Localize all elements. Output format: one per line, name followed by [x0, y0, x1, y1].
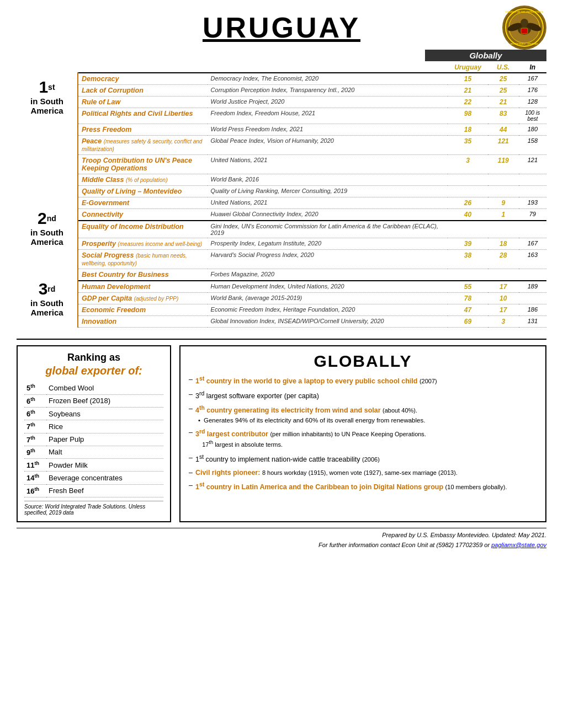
- page-footer: Prepared by U.S. Embassy Montevideo. Upd…: [17, 528, 546, 550]
- source-cell: Prosperity Index, Legatum Institute, 202…: [208, 238, 448, 250]
- seal-emblem: MONTEVIDEO · URUGUAY EMBASSY OF THE UNIT…: [502, 6, 546, 50]
- table-row: Equality of Income DistributionGini Inde…: [78, 221, 546, 238]
- table-row: Middle Class (% of population)World Bank…: [78, 174, 546, 186]
- globally-right-box: GLOBALLY 1st country in the world to giv…: [179, 345, 546, 522]
- us-rank-cell: 21: [488, 97, 519, 108]
- table-row: Lack of CorruptionCorruption Perception …: [78, 85, 546, 97]
- rank-1st-label: 1st: [17, 78, 77, 97]
- category-cell: Prosperity (measures income and well-bei…: [78, 238, 208, 250]
- table-row: Social Progress (basic human needs, well…: [78, 250, 546, 269]
- rank-2nd-text2: America: [17, 237, 77, 247]
- in-rank-cell: [519, 293, 546, 304]
- source-cell: Economic Freedom Index, Heritage Foundat…: [208, 304, 448, 316]
- exporter-rank: 9th: [24, 446, 46, 458]
- exporter-table: 5thCombed Wool6thFrozen Beef (2018)6thSo…: [24, 382, 163, 497]
- in-rank-cell: 158: [519, 136, 546, 155]
- in-rank-cell: 163: [519, 250, 546, 269]
- uruguay-rank-cell: 39: [448, 238, 488, 250]
- in-rank-cell: 189: [519, 281, 546, 293]
- rank-3rd-number: 3: [39, 280, 48, 298]
- exporter-rank: 6th: [24, 394, 46, 407]
- us-rank-cell: 10: [488, 293, 519, 304]
- source-cell: Corruption Perception Index, Transparenc…: [208, 85, 448, 97]
- footer-line2: For further information contact Econ Uni…: [17, 540, 546, 550]
- us-rank-cell: 1: [488, 209, 519, 221]
- table-row: Peace (measures safety & security, confl…: [78, 136, 546, 155]
- exporter-title: Ranking as global exporter of:: [24, 352, 163, 377]
- uruguay-rank-cell: 26: [448, 197, 488, 209]
- us-rank-cell: 3: [488, 316, 519, 328]
- uruguay-rank-cell: 38: [448, 250, 488, 269]
- globally-list-item: 1st country in the world to give a lapto…: [189, 375, 537, 387]
- footer-email[interactable]: pagliamx@state.gov: [491, 542, 546, 548]
- rankings-wrapper: 1st in South America 2nd in South Americ…: [17, 62, 546, 328]
- exporter-row: 6thSoybeans: [24, 407, 163, 420]
- in-rank-cell: [519, 269, 546, 281]
- table-row: GDP per Capita (adjusted by PPP)World Ba…: [78, 293, 546, 304]
- exporter-row: 6thFrozen Beef (2018): [24, 394, 163, 407]
- exporter-item: Combed Wool: [46, 382, 163, 394]
- us-rank-cell: [488, 186, 519, 197]
- globally-list-item: 1st country in Latin America and the Car…: [189, 481, 537, 493]
- rank-3rd-text2: America: [17, 308, 77, 317]
- category-cell: Social Progress (basic human needs, well…: [78, 250, 208, 269]
- category-cell: GDP per Capita (adjusted by PPP): [78, 293, 208, 304]
- exporter-item: Malt: [46, 446, 163, 458]
- source-cell: World Justice Project, 2020: [208, 97, 448, 108]
- in-rank-cell: 121: [519, 155, 546, 174]
- table-row: ConnectivityHuawei Global Connectivity I…: [78, 209, 546, 221]
- globally-list: 1st country in the world to give a lapto…: [189, 375, 537, 493]
- exporter-rank: 16th: [24, 484, 46, 497]
- uruguay-rank-cell: [448, 174, 488, 186]
- col-header-uruguay: Uruguay: [448, 62, 488, 73]
- rankings-table: Uruguay U.S. In DemocracyDemocracy Index…: [77, 62, 546, 328]
- uruguay-rank-cell: [448, 221, 488, 238]
- category-cell: Rule of Law: [78, 97, 208, 108]
- exporter-rank: 11th: [24, 459, 46, 472]
- category-cell: Press Freedom: [78, 124, 208, 136]
- in-rank-cell: [519, 174, 546, 186]
- source-cell: Forbes Magazine, 2020: [208, 269, 448, 281]
- source-cell: Huawei Global Connectivity Index, 2020: [208, 209, 448, 221]
- us-rank-cell: 119: [488, 155, 519, 174]
- globally-list-item: 4th country generating its electricity f…: [189, 404, 537, 425]
- globally-list-item: 1st country to implement nation-wide cat…: [189, 453, 537, 465]
- exporter-row: 7thRice: [24, 420, 163, 433]
- category-cell: Political Rights and Civil Liberties: [78, 108, 208, 124]
- category-cell: Equality of Income Distribution: [78, 221, 208, 238]
- uruguay-rank-cell: 55: [448, 281, 488, 293]
- in-rank-cell: 79: [519, 209, 546, 221]
- uruguay-rank-cell: [448, 186, 488, 197]
- in-rank-cell: 186: [519, 304, 546, 316]
- globally-list-item: 3rd largest contributor (per million inh…: [189, 428, 537, 450]
- table-header-row: Uruguay U.S. In: [78, 62, 546, 73]
- us-rank-cell: 25: [488, 85, 519, 97]
- uruguay-rank-cell: [448, 269, 488, 281]
- rank-3rd-sup: rd: [47, 285, 55, 293]
- svg-text:MONTEVIDEO · URUGUAY: MONTEVIDEO · URUGUAY: [511, 42, 538, 45]
- in-rank-cell: 176: [519, 85, 546, 97]
- source-cell: Gini Index, UN's Economic Commission for…: [208, 221, 448, 238]
- us-rank-cell: 44: [488, 124, 519, 136]
- source-cell: Freedom Index, Freedom House, 2021: [208, 108, 448, 124]
- table-row: Human DevelopmentHuman Development Index…: [78, 281, 546, 293]
- exporter-title-global: global exporter of:: [45, 365, 142, 377]
- category-cell: Economic Freedom: [78, 304, 208, 316]
- us-rank-cell: 17: [488, 281, 519, 293]
- exporter-row: 5thCombed Wool: [24, 382, 163, 394]
- in-rank-cell: 167: [519, 73, 546, 85]
- us-rank-cell: [488, 221, 519, 238]
- globally-right-title: GLOBALLY: [189, 352, 537, 371]
- exporter-item: Beverage concentrates: [46, 472, 163, 484]
- category-cell: Peace (measures safety & security, confl…: [78, 136, 208, 155]
- footer-line2-text: For further information contact Econ Uni…: [318, 542, 491, 548]
- source-cell: United Nations, 2021: [208, 155, 448, 174]
- us-rank-cell: 9: [488, 197, 519, 209]
- table-row: DemocracyDemocracy Index, The Economist,…: [78, 73, 546, 85]
- source-cell: World Bank, (average 2015-2019): [208, 293, 448, 304]
- uruguay-rank-cell: 35: [448, 136, 488, 155]
- rank-2nd-number: 2: [38, 209, 47, 228]
- in-rank-cell: 128: [519, 97, 546, 108]
- table-row: Troop Contribution to UN's Peace Keeping…: [78, 155, 546, 174]
- us-rank-cell: 28: [488, 250, 519, 269]
